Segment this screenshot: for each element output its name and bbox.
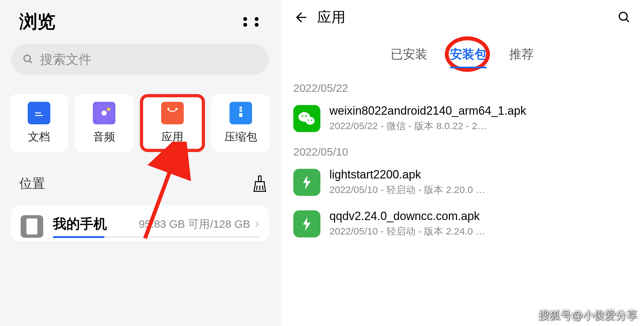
- apk-item[interactable]: qqdv2.24.0_downcc.com.apk 2022/05/10 - 轻…: [290, 209, 634, 238]
- search-icon: [23, 54, 34, 65]
- svg-point-9: [176, 108, 177, 110]
- svg-rect-3: [35, 112, 41, 113]
- apk-item[interactable]: weixin8022android2140_arm64_1.apk 2022/0…: [290, 104, 634, 133]
- svg-rect-15: [259, 176, 261, 182]
- category-label: 压缩包: [224, 129, 257, 144]
- cleanup-icon[interactable]: [253, 175, 267, 192]
- apk-item[interactable]: lightstart2200.apk 2022/05/10 - 轻启动 - 版本…: [290, 168, 634, 197]
- app-icon: [161, 102, 184, 124]
- apk-meta: 2022/05/22 - 微信 - 版本 8.0.22 - 2…: [329, 120, 631, 133]
- search-placeholder: 搜索文件: [40, 51, 92, 68]
- svg-point-23: [306, 117, 315, 125]
- date-header: 2022/05/22: [293, 82, 634, 94]
- svg-point-20: [619, 12, 627, 20]
- category-apps[interactable]: 应用: [140, 94, 205, 152]
- svg-point-7: [107, 108, 110, 111]
- search-icon[interactable]: [618, 11, 631, 24]
- svg-line-16: [257, 186, 257, 190]
- category-label: 文档: [28, 129, 50, 144]
- apps-screen: 应用 已安装 安装包 推荐 2022/05/22 weixin8022andro…: [280, 0, 644, 326]
- search-input[interactable]: 搜索文件: [11, 44, 269, 75]
- apk-meta: 2022/05/10 - 轻启动 - 版本 2.20.0 …: [329, 183, 631, 197]
- svg-point-27: [311, 120, 312, 121]
- svg-rect-13: [239, 110, 242, 112]
- category-archives[interactable]: 压缩包: [211, 94, 270, 152]
- svg-point-8: [168, 108, 170, 110]
- svg-point-24: [302, 115, 303, 117]
- date-header: 2022/05/10: [293, 146, 634, 158]
- section-title-location: 位置: [19, 175, 45, 192]
- svg-line-18: [262, 186, 263, 190]
- category-label: 音频: [93, 129, 115, 144]
- audio-icon: [93, 102, 115, 124]
- back-icon[interactable]: [293, 10, 307, 24]
- apk-name: qqdv2.24.0_downcc.com.apk: [329, 209, 631, 223]
- svg-point-0: [24, 55, 30, 62]
- apk-name: weixin8022android2140_arm64_1.apk: [329, 104, 631, 118]
- tab-bar: 已安装 安装包 推荐: [290, 46, 634, 66]
- wechat-icon: [293, 105, 320, 132]
- tab-installed[interactable]: 已安装: [391, 46, 427, 66]
- more-icon[interactable]: • •• •: [243, 16, 267, 27]
- tab-packages[interactable]: 安装包: [450, 46, 487, 66]
- lightning-icon: [293, 210, 320, 237]
- svg-rect-12: [239, 109, 242, 110]
- zip-icon: [229, 102, 252, 124]
- tab-recommend[interactable]: 推荐: [509, 46, 534, 66]
- page-title: 浏览: [19, 10, 55, 34]
- browse-screen: 浏览 • •• • 搜索文件 文档 音频: [0, 0, 280, 326]
- svg-point-25: [306, 115, 307, 117]
- storage-progress: [53, 236, 259, 238]
- storage-info: 95.83 GB 可用/128 GB: [139, 218, 250, 230]
- category-documents[interactable]: 文档: [10, 94, 68, 152]
- svg-line-1: [29, 61, 32, 63]
- storage-my-phone[interactable]: 我的手机 95.83 GB 可用/128 GB ›: [11, 205, 269, 241]
- chevron-right-icon: ›: [255, 216, 259, 230]
- lightning-icon: [293, 169, 320, 196]
- category-label: 应用: [161, 129, 183, 144]
- svg-line-21: [626, 19, 629, 22]
- doc-icon: [28, 102, 50, 124]
- svg-rect-11: [239, 107, 242, 108]
- category-row: 文档 音频 应用 压缩包: [10, 94, 270, 152]
- page-title: 应用: [317, 8, 346, 27]
- svg-point-26: [308, 120, 309, 121]
- category-audio[interactable]: 音频: [75, 94, 133, 152]
- svg-rect-14: [239, 113, 242, 117]
- svg-point-6: [102, 110, 107, 116]
- svg-rect-4: [35, 115, 43, 116]
- watermark: 搜狐号@小俊爱分享: [539, 308, 638, 323]
- apk-meta: 2022/05/10 - 轻启动 - 版本 2.24.0 …: [329, 225, 631, 238]
- apk-name: lightstart2200.apk: [329, 168, 631, 181]
- storage-name: 我的手机: [53, 215, 107, 233]
- phone-icon: [21, 215, 43, 238]
